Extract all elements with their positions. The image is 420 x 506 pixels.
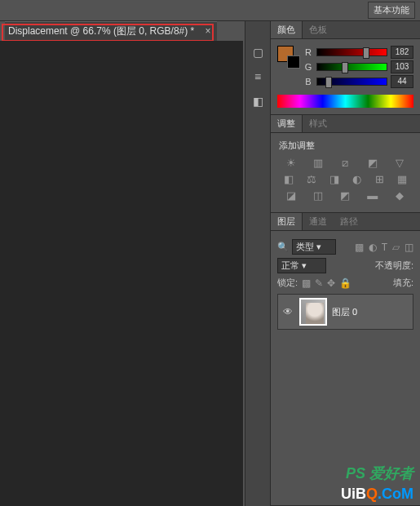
g-value[interactable]: 103 [391,60,413,73]
filter-type-icon[interactable]: T [382,242,387,253]
r-label: R [303,47,313,57]
tab-paths[interactable]: 路径 [334,213,365,230]
layer-row[interactable]: 👁 图层 0 [277,294,413,330]
posterize-icon[interactable]: ◫ [312,189,325,202]
adjustments-title: 添加调整 [279,140,413,152]
right-panels: ▢ ≡ ◧ 颜色 色板 R 182 G [245,21,420,506]
r-value[interactable]: 182 [391,46,413,59]
watermark-site: UiBQ.CoM [341,486,413,503]
close-icon[interactable]: × [206,25,211,37]
blend-mode-select[interactable]: 正常 ▾ [277,258,326,273]
opacity-label: 不透明度: [375,260,413,272]
document-tab[interactable]: Displacement @ 66.7% (图层 0, RGB/8#) * × [5,21,217,41]
r-slider[interactable] [316,48,387,56]
watermark-ps: PS 爱好者 [346,464,413,483]
background-swatch[interactable] [287,55,300,69]
adjust-panel-header: 调整 样式 [271,115,420,133]
balance-icon[interactable]: ⚖ [305,173,318,186]
tab-adjustments[interactable]: 调整 [271,115,303,132]
exposure-icon[interactable]: ◩ [366,157,379,170]
tab-channels[interactable]: 通道 [303,213,334,230]
workspace-preset-button[interactable]: 基本功能 [368,2,415,19]
tab-color[interactable]: 颜色 [271,21,303,38]
filter-kind-select[interactable]: 类型 ▾ [292,239,336,255]
canvas-area[interactable] [0,41,243,506]
lookup-icon[interactable]: ▦ [396,173,409,186]
color-panel: R 182 G 103 B 44 [271,39,420,115]
lock-pixels-icon[interactable]: ▩ [302,277,311,289]
app-toolbar: 基本功能 [0,0,420,21]
layer-name[interactable]: 图层 0 [332,306,357,318]
collapsed-panel-strip: ▢ ≡ ◧ [245,21,271,506]
b-label: B [303,77,313,87]
b-value[interactable]: 44 [391,75,413,88]
properties-icon[interactable]: ≡ [250,70,266,87]
filter-pixel-icon[interactable]: ▩ [355,242,364,253]
color-swatches[interactable] [277,46,300,69]
search-icon[interactable]: 🔍 [277,242,289,252]
lock-position-icon[interactable]: ✥ [327,277,335,289]
color-panel-header: 颜色 色板 [271,21,420,39]
vibrance-icon[interactable]: ▽ [393,157,406,170]
history-icon[interactable]: ▢ [250,46,266,62]
invert-icon[interactable]: ◪ [285,189,298,202]
fill-label: 填充: [393,277,413,289]
g-slider[interactable] [316,63,387,71]
curves-icon[interactable]: ⧄ [338,157,351,170]
info-icon[interactable]: ◧ [250,95,266,111]
adjustments-panel: 添加调整 ☀ ▥ ⧄ ◩ ▽ ◧ ⚖ ◨ ◐ ⊞ ▦ ◪ ◫ ◩ ▬ ◆ [271,133,420,213]
hue-icon[interactable]: ◧ [282,173,295,186]
tab-layers[interactable]: 图层 [271,213,303,230]
b-slider[interactable] [316,78,387,86]
photo-filter-icon[interactable]: ◐ [350,173,363,186]
channel-mixer-icon[interactable]: ⊞ [373,173,386,186]
gradient-map-icon[interactable]: ▬ [366,189,379,202]
g-label: G [303,62,313,72]
brightness-icon[interactable]: ☀ [285,157,298,170]
panel-stack: 颜色 色板 R 182 G 103 [271,21,420,506]
layer-thumbnail[interactable] [299,298,327,326]
lock-brush-icon[interactable]: ✎ [315,277,323,289]
filter-smart-icon[interactable]: ◫ [405,242,413,253]
selective-color-icon[interactable]: ◆ [393,189,406,202]
visibility-icon[interactable]: 👁 [281,306,294,317]
tab-styles[interactable]: 样式 [303,115,334,132]
threshold-icon[interactable]: ◩ [338,189,351,202]
filter-adjust-icon[interactable]: ◐ [369,242,377,253]
bw-icon[interactable]: ◨ [328,173,341,186]
filter-shape-icon[interactable]: ▱ [392,242,400,253]
levels-icon[interactable]: ▥ [312,157,325,170]
lock-all-icon[interactable]: 🔒 [339,277,351,289]
layers-panel-header: 图层 通道 路径 [271,213,420,231]
lock-label: 锁定: [277,277,298,289]
tab-swatches[interactable]: 色板 [303,21,334,38]
document-tab-title: Displacement @ 66.7% (图层 0, RGB/8#) * [8,25,194,37]
spectrum-ramp[interactable] [277,95,413,108]
